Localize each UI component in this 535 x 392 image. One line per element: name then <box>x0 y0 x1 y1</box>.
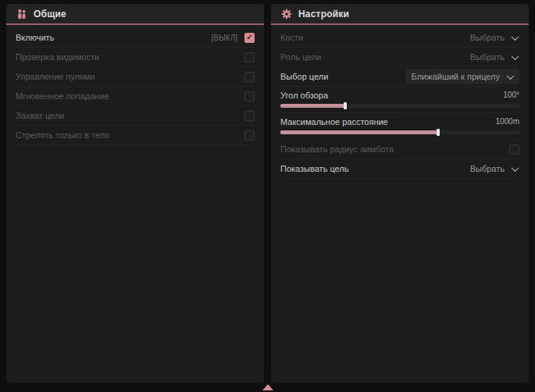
chevron-down-icon <box>507 72 515 80</box>
settings-rows: КостиВыбратьРоль целиВыбратьВыбор целиБл… <box>271 25 529 179</box>
checkbox-row: Показывать радиус аимбота <box>280 140 519 159</box>
row-controls: Выбрать <box>469 30 519 45</box>
checkbox[interactable] <box>244 91 255 102</box>
slider-fill <box>280 104 345 108</box>
slider-row: Угол обзора100° <box>280 87 519 113</box>
slider[interactable] <box>280 130 519 134</box>
checkbox[interactable] <box>244 111 255 121</box>
select-control[interactable]: Выбрать <box>469 162 519 176</box>
panel-general-header: Общие <box>6 4 264 25</box>
row-label: Управление пулями <box>16 72 95 81</box>
row-controls <box>509 144 519 155</box>
chevron-down-icon <box>512 164 519 172</box>
row-controls <box>244 91 255 102</box>
row-controls <box>244 111 255 121</box>
select-row: КостиВыбрать <box>280 28 519 48</box>
slider-fill <box>280 130 438 134</box>
select-value: Выбрать <box>470 164 505 173</box>
row-label: Выбор цели <box>280 72 328 81</box>
row-label: Проверка видимости <box>16 52 99 62</box>
row-controls: [ВЫКЛ]✓ <box>212 33 255 43</box>
checkbox-row: Проверка видимости <box>16 48 255 67</box>
users-icon <box>16 9 27 20</box>
checkbox-row: Управление пулями <box>16 67 255 87</box>
slider[interactable] <box>280 104 519 108</box>
slider-value: 1000m <box>495 117 519 126</box>
checkbox[interactable] <box>244 130 255 141</box>
gear-icon <box>281 9 292 20</box>
row-label: Показывать цель <box>280 164 349 173</box>
select-control[interactable]: Выбрать <box>469 30 519 45</box>
row-label: Стрелять только в тело <box>16 130 109 140</box>
checkbox-row: Стрелять только в тело <box>16 126 255 145</box>
checkbox-row: Включить[ВЫКЛ]✓ <box>16 28 255 48</box>
row-label: Максимальное расстояние <box>280 117 388 127</box>
select-control[interactable]: Ближайший к прицелу <box>405 69 519 84</box>
checkbox-row: Захват цели <box>16 106 255 126</box>
slider-thumb[interactable] <box>344 102 347 109</box>
select-value: Выбрать <box>470 33 505 42</box>
scroll-up-icon[interactable] <box>262 384 273 390</box>
checkbox[interactable] <box>244 52 255 62</box>
row-controls: Выбрать <box>469 50 519 64</box>
row-label: Угол обзора <box>280 91 328 100</box>
row-label: Роль цели <box>280 52 321 62</box>
row-label: Кости <box>280 33 303 42</box>
row-controls <box>244 130 255 141</box>
panel-title: Общие <box>34 9 66 20</box>
slider-row: Максимальное расстояние1000m <box>280 113 519 140</box>
keybind-label: [ВЫКЛ] <box>212 34 237 42</box>
panel-settings-header: Настройки <box>271 4 529 25</box>
panel-general: Общие Включить[ВЫКЛ]✓Проверка видимостиУ… <box>6 4 264 383</box>
row-controls: Выбрать <box>469 162 519 176</box>
select-row: Роль целиВыбрать <box>280 48 519 67</box>
general-rows: Включить[ВЫКЛ]✓Проверка видимостиУправле… <box>6 25 264 145</box>
checkbox-row: Мгновенное попадание <box>16 87 255 106</box>
chevron-down-icon <box>512 52 519 60</box>
select-control[interactable]: Выбрать <box>469 50 519 64</box>
select-value: Ближайший к прицелу <box>412 72 500 81</box>
row-controls <box>244 72 255 82</box>
row-controls: Ближайший к прицелу <box>405 69 519 84</box>
row-controls <box>244 52 255 62</box>
checkbox[interactable] <box>244 72 255 82</box>
slider-header: Максимальное расстояние1000m <box>280 116 519 127</box>
row-label: Захват цели <box>16 111 64 120</box>
checkbox[interactable]: ✓ <box>244 33 255 43</box>
select-value: Выбрать <box>470 52 505 62</box>
slider-thumb[interactable] <box>437 129 440 136</box>
select-row: Выбор целиБлижайший к прицелу <box>280 67 519 87</box>
panel-title: Настройки <box>298 9 349 20</box>
checkbox[interactable] <box>509 144 519 155</box>
slider-value: 100° <box>503 91 519 99</box>
chevron-down-icon <box>512 33 519 41</box>
select-row: Показывать цельВыбрать <box>280 159 519 179</box>
slider-header: Угол обзора100° <box>280 89 519 101</box>
row-label: Включить <box>16 33 54 42</box>
row-label: Показывать радиус аимбота <box>280 144 394 154</box>
panel-settings: Настройки КостиВыбратьРоль целиВыбратьВы… <box>271 4 529 383</box>
row-label: Мгновенное попадание <box>16 91 109 101</box>
